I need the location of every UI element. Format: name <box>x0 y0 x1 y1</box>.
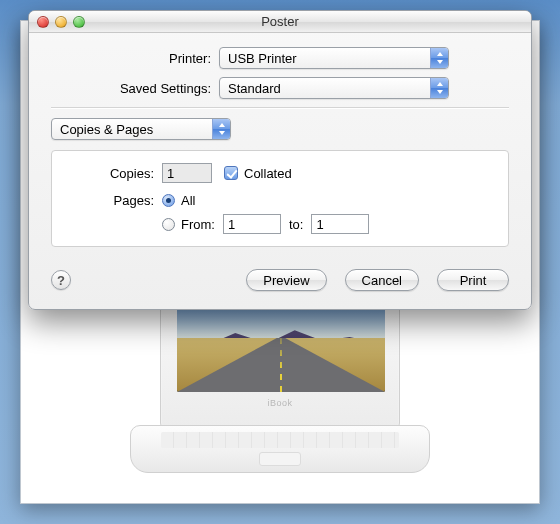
divider <box>51 107 509 108</box>
printer-select[interactable]: USB Printer <box>219 47 449 69</box>
collated-checkbox[interactable]: Collated <box>224 166 292 181</box>
help-button[interactable]: ? <box>51 270 71 290</box>
copies-label: Copies: <box>66 166 162 181</box>
pages-to-input[interactable] <box>311 214 369 234</box>
saved-settings-label: Saved Settings: <box>51 81 219 96</box>
dropdown-arrows-icon <box>430 78 448 98</box>
copies-input[interactable] <box>162 163 212 183</box>
zoom-button[interactable] <box>73 16 85 28</box>
close-button[interactable] <box>37 16 49 28</box>
radio-icon <box>162 194 175 207</box>
print-dialog: Poster Printer: USB Printer Saved Settin… <box>28 10 532 310</box>
section-select-value: Copies & Pages <box>60 122 153 137</box>
dropdown-arrows-icon <box>430 48 448 68</box>
pages-to-label: to: <box>289 217 303 232</box>
dropdown-arrows-icon <box>212 119 230 139</box>
pages-all-radio[interactable]: All <box>162 193 369 208</box>
help-icon: ? <box>57 273 65 288</box>
section-select[interactable]: Copies & Pages <box>51 118 231 140</box>
pages-from-input[interactable] <box>223 214 281 234</box>
collated-label: Collated <box>244 166 292 181</box>
titlebar[interactable]: Poster <box>29 11 531 33</box>
pages-all-label: All <box>181 193 195 208</box>
checkbox-icon <box>224 166 238 180</box>
window-title: Poster <box>29 14 531 29</box>
pages-label: Pages: <box>66 193 162 208</box>
printer-select-value: USB Printer <box>228 51 297 66</box>
ibook-base <box>130 425 430 473</box>
minimize-button[interactable] <box>55 16 67 28</box>
pages-from-radio[interactable]: From: <box>162 217 215 232</box>
copies-pages-group: Copies: Collated Pages: All <box>51 150 509 247</box>
saved-settings-value: Standard <box>228 81 281 96</box>
radio-icon <box>162 218 175 231</box>
saved-settings-select[interactable]: Standard <box>219 77 449 99</box>
preview-button[interactable]: Preview <box>246 269 326 291</box>
pages-from-label: From: <box>181 217 215 232</box>
printer-label: Printer: <box>51 51 219 66</box>
print-button[interactable]: Print <box>437 269 509 291</box>
cancel-button[interactable]: Cancel <box>345 269 419 291</box>
ibook-brand-label: iBook <box>177 398 383 408</box>
